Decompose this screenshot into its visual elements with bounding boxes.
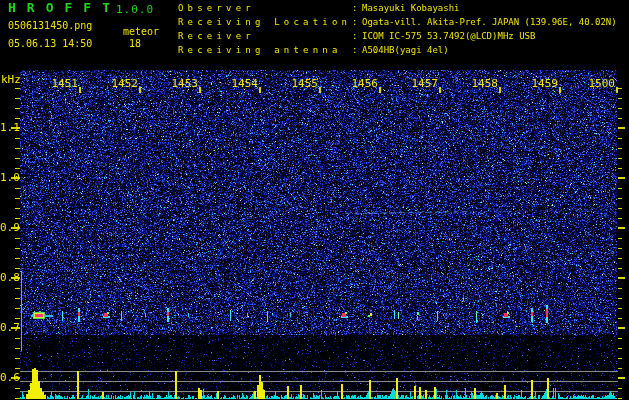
x-tick-label: 1459	[531, 78, 558, 90]
y-tick-label: 0.7	[0, 322, 18, 334]
x-tick-label: 1456	[351, 78, 378, 90]
info-colon: :	[352, 31, 357, 41]
x-tick-label: 1453	[171, 78, 198, 90]
y-tick-label: 0.6	[0, 372, 18, 384]
info-colon: :	[352, 3, 357, 13]
info-row-location: Receiving Location : Ogata-vill. Akita-P…	[178, 17, 629, 29]
observation-mode: meteor	[123, 26, 159, 38]
y-tick-label: 0.8	[0, 272, 18, 284]
x-tick-label: 1451	[51, 78, 78, 90]
output-filename: 0506131450.png	[8, 20, 92, 32]
observation-datetime: 05.06.13 14:50	[8, 38, 92, 50]
info-value: ICOM IC-575 53.7492(@LCD)MHz USB	[362, 31, 535, 41]
echo-count: 18	[129, 38, 141, 50]
info-row-receiver: Receiver : ICOM IC-575 53.7492(@LCD)MHz …	[178, 31, 629, 43]
x-tick-label: 1455	[291, 78, 318, 90]
info-row-antenna: Receiving antenna : A504HB(yagi 4el)	[178, 45, 629, 57]
info-label: Receiving antenna	[178, 45, 342, 55]
y-tick-label: 0.9	[0, 222, 18, 234]
x-tick-label: 1452	[111, 78, 138, 90]
x-tick-label: 1454	[231, 78, 258, 90]
y-tick-label: 1.0	[0, 172, 18, 184]
x-tick-label: 1458	[471, 78, 498, 90]
spectrogram-canvas	[0, 0, 629, 400]
x-tick-label: 1457	[411, 78, 438, 90]
x-tick-label: 1500	[588, 78, 615, 90]
info-label: Receiver	[178, 31, 255, 41]
hrofft-window: HROFFT 1.0.0 0506131450.png meteor 05.06…	[0, 0, 629, 400]
y-axis-unit: kHz	[1, 74, 21, 86]
info-colon: :	[352, 17, 357, 27]
y-tick-label: 1.1	[0, 122, 18, 134]
info-colon: :	[352, 45, 357, 55]
app-version: 1.0.0	[116, 4, 154, 16]
info-label: Receiving Location	[178, 17, 351, 27]
info-value: Masayuki Kobayashi	[362, 3, 460, 13]
app-title: HROFFT	[8, 2, 121, 14]
info-row-observer: Observer : Masayuki Kobayashi	[178, 3, 629, 15]
info-label: Observer	[178, 3, 255, 13]
info-value: Ogata-vill. Akita-Pref. JAPAN (139.96E, …	[362, 17, 617, 27]
info-value: A504HB(yagi 4el)	[362, 45, 449, 55]
